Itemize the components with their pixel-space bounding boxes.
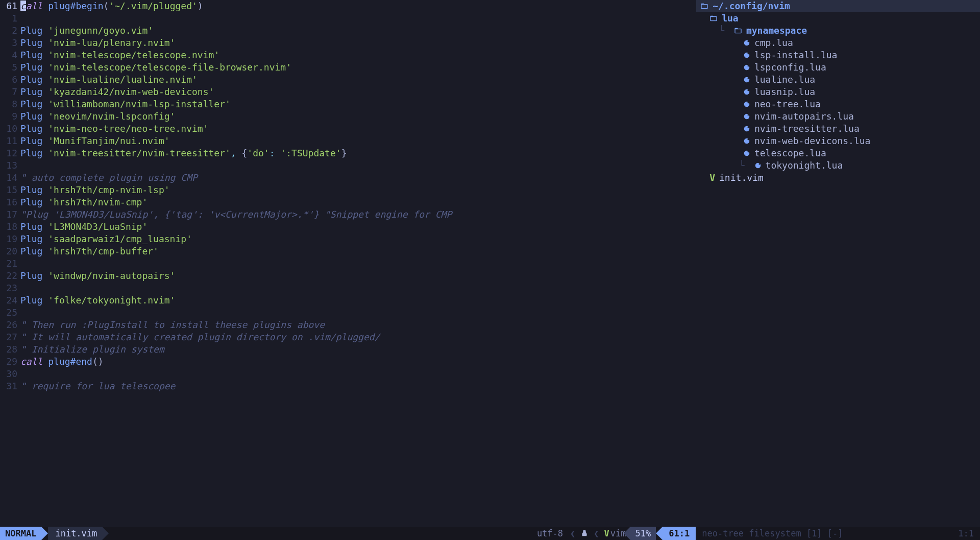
svg-point-11 [747, 102, 749, 104]
token-comment: " Then run :PlugInstall to install thees… [20, 319, 325, 330]
tree-file[interactable]: └ tokyonight.lua [700, 159, 980, 172]
code-line[interactable]: Plug 'nvim-lua/plenary.nvim' [20, 37, 696, 49]
code-line[interactable] [20, 257, 696, 270]
code-line[interactable] [20, 159, 696, 172]
cursor: c [20, 1, 26, 11]
token-kw: call [20, 356, 42, 367]
code-line[interactable]: " It will automatically created plugin d… [20, 331, 696, 343]
code-line[interactable] [20, 368, 696, 380]
line-number: 5 [0, 61, 17, 74]
code-line[interactable]: Plug 'nvim-treesitter/nvim-treesitter', … [20, 147, 696, 159]
line-number: 26 [0, 319, 17, 331]
code-line[interactable]: Plug 'nvim-telescope/telescope-file-brow… [20, 61, 696, 74]
tree-file[interactable]: nvim-web-devicons.lua [700, 135, 980, 147]
code-area[interactable]: call plug#begin('~/.vim/plugged')Plug 'j… [20, 0, 696, 527]
lua-file-icon [743, 76, 750, 83]
token-str: 'windwp/nvim-autopairs' [48, 270, 175, 281]
code-line[interactable]: " auto complete plugin using CMP [20, 172, 696, 184]
token-txt [42, 246, 48, 256]
tree-file[interactable]: telescope.lua [700, 147, 980, 159]
tree-guide [728, 147, 739, 159]
lua-file-icon [754, 162, 762, 169]
token-str: 'junegunn/goyo.vim' [48, 25, 153, 36]
token-paren: () [92, 356, 104, 367]
code-line[interactable]: call plug#begin('~/.vim/plugged') [20, 0, 696, 12]
lua-file-icon [743, 64, 750, 71]
tree-file[interactable]: lspconfig.lua [700, 61, 980, 74]
token-str: 'nvim-telescope/telescope-file-browser.n… [48, 62, 291, 73]
token-str: 'nvim-treesitter/nvim-treesitter' [48, 148, 231, 158]
code-line[interactable]: Plug 'junegunn/goyo.vim' [20, 25, 696, 37]
tree-file[interactable]: luasnip.lua [700, 86, 980, 98]
token-func: plug#end [48, 356, 92, 367]
token-str: 'hrsh7th/cmp-nvim-lsp' [48, 184, 169, 195]
token-func: Plug [20, 37, 42, 48]
code-line[interactable]: Plug 'hrsh7th/nvim-cmp' [20, 196, 696, 208]
line-number: 8 [0, 98, 17, 110]
code-line[interactable]: Plug 'williamboman/nvim-lsp-installer' [20, 98, 696, 110]
token-str: 'nvim-telescope/telescope.nvim' [48, 50, 219, 60]
percent-label: 51% [635, 527, 651, 540]
code-line[interactable]: " Initialize plugin system [20, 343, 696, 356]
code-line[interactable]: Plug 'kyazdani42/nvim-web-devicons' [20, 86, 696, 98]
code-line[interactable]: Plug 'MunifTanjim/nui.nvim' [20, 135, 696, 147]
line-number: 14 [0, 172, 17, 184]
tree-file[interactable]: Vinit.vim [700, 172, 980, 184]
code-line[interactable]: Plug 'nvim-lualine/lualine.nvim' [20, 74, 696, 86]
filename-segment: init.vim [48, 527, 102, 540]
line-number: 31 [0, 380, 17, 392]
line-number: 21 [0, 257, 17, 270]
tree-file[interactable]: neo-tree.lua [700, 98, 980, 110]
filename-label: init.vim [55, 527, 97, 540]
lua-file-icon [743, 113, 750, 120]
code-line[interactable]: Plug 'L3MON4D3/LuaSnip' [20, 221, 696, 233]
token-txt [42, 233, 48, 244]
code-line[interactable]: Plug 'nvim-telescope/telescope.nvim' [20, 49, 696, 61]
token-str: 'hrsh7th/cmp-buffer' [48, 246, 159, 256]
line-number: 15 [0, 184, 17, 196]
folder-open-icon [709, 14, 718, 22]
code-line[interactable]: "Plug 'L3MON4D3/LuaSnip', {'tag': 'v<Cur… [20, 208, 696, 221]
tree-file[interactable]: nvim-treesitter.lua [700, 123, 980, 135]
code-line[interactable]: " require for lua telescopee [20, 380, 696, 392]
tree-item-label: mynamespace [746, 25, 807, 37]
tree-file[interactable]: nvim-autopairs.lua [700, 110, 980, 123]
tree-guide [728, 61, 739, 74]
inactive-window-status: neo-tree filesystem [1] [-] 1:1 [696, 527, 980, 540]
svg-point-9 [747, 90, 749, 91]
tree-folder[interactable]: └ mynamespace [700, 25, 980, 37]
lua-file-icon [743, 101, 750, 108]
tree-guide: └ [728, 159, 750, 172]
token-func: Plug [20, 99, 42, 109]
code-line[interactable]: Plug 'windwp/nvim-autopairs' [20, 270, 696, 282]
code-line[interactable]: Plug 'hrsh7th/cmp-buffer' [20, 245, 696, 257]
tree-file[interactable]: lualine.lua [700, 74, 980, 86]
tree-folder[interactable]: lua [700, 12, 980, 25]
code-line[interactable] [20, 307, 696, 319]
code-line[interactable]: Plug 'saadparwaiz1/cmp_luasnip' [20, 233, 696, 245]
code-line[interactable]: Plug 'nvim-neo-tree/neo-tree.nvim' [20, 123, 696, 135]
code-line[interactable]: Plug 'folke/tokyonight.nvim' [20, 294, 696, 307]
tree-guide [728, 49, 739, 61]
line-number: 22 [0, 270, 17, 282]
code-line[interactable] [20, 12, 696, 25]
code-line[interactable] [20, 282, 696, 294]
tree-file[interactable]: cmp.lua [700, 37, 980, 49]
file-tree-pane[interactable]: ~/.config/nvim lua└ mynamespace cmp.lua … [696, 0, 980, 527]
token-comment: " Initialize plugin system [20, 344, 164, 355]
line-number: 7 [0, 86, 17, 98]
code-line[interactable]: Plug 'neovim/nvim-lspconfig' [20, 110, 696, 123]
editor-pane[interactable]: 6112345678910111213141516171819202122232… [0, 0, 696, 527]
token-comment: "Plug 'L3MON4D3/LuaSnip', {'tag': 'v<Cur… [20, 209, 452, 220]
svg-point-5 [747, 65, 749, 67]
token-func: Plug [20, 233, 42, 244]
token-func: Plug [20, 74, 42, 85]
tree-item-label: luasnip.lua [754, 86, 815, 98]
line-number: 24 [0, 294, 17, 307]
tree-root-header[interactable]: ~/.config/nvim [696, 0, 980, 12]
code-line[interactable]: call plug#end() [20, 356, 696, 368]
code-line[interactable]: " Then run :PlugInstall to install thees… [20, 319, 696, 331]
tree-file[interactable]: lsp-install.lua [700, 49, 980, 61]
token-txt [42, 62, 48, 73]
code-line[interactable]: Plug 'hrsh7th/cmp-nvim-lsp' [20, 184, 696, 196]
